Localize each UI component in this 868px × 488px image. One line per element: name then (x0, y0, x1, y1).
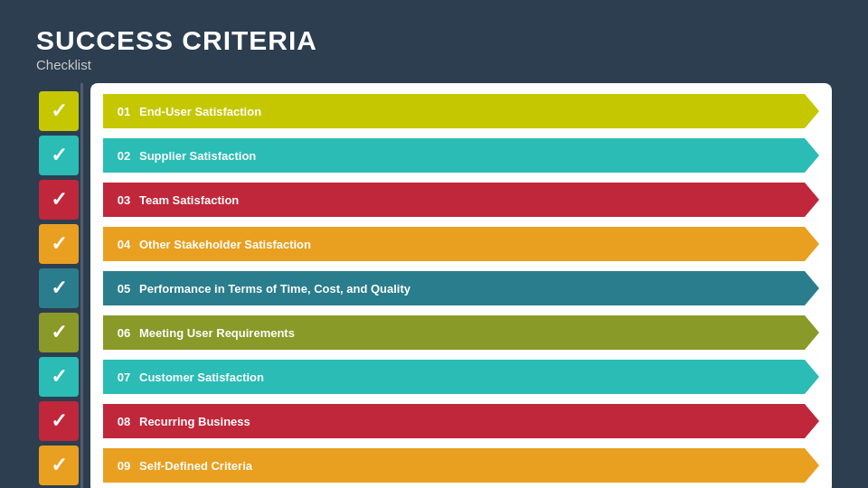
item-arrow: 07Customer Satisfaction (103, 360, 819, 394)
item-number: 06 (103, 326, 136, 340)
item-number: 05 (103, 282, 136, 296)
checkmark-icon: ✓ (51, 145, 67, 165)
item-arrow: 04Other Stakeholder Satisfaction (103, 227, 819, 261)
check-box: ✓ (39, 224, 79, 264)
list-item[interactable]: 01End-User Satisfaction (103, 90, 819, 132)
item-number: 04 (103, 238, 136, 251)
check-box: ✓ (39, 446, 79, 485)
checkmark-icon: ✓ (51, 455, 67, 475)
item-number: 08 (103, 415, 136, 428)
checkmark-icon: ✓ (51, 323, 67, 343)
item-arrow: 09Self-Defined Criteria (103, 448, 819, 483)
page-subtitle: Checklist (36, 57, 832, 72)
checkmark-icon: ✓ (51, 278, 67, 298)
list-item[interactable]: 09Self-Defined Criteria (103, 445, 819, 486)
check-box: ✓ (39, 268, 79, 308)
checkmark-icon: ✓ (51, 367, 67, 387)
item-label: Other Stakeholder Satisfaction (136, 238, 819, 251)
item-number: 01 (103, 105, 136, 118)
list-item[interactable]: 06Meeting User Requirements (103, 312, 819, 353)
page-title: SUCCESS CRITERIA (36, 25, 832, 56)
item-label: Customer Satisfaction (136, 371, 819, 384)
check-box: ✓ (39, 136, 79, 175)
checkmark-icon: ✓ (51, 190, 67, 210)
list-item[interactable]: 02Supplier Satisfaction (103, 135, 819, 176)
list-item[interactable]: 07Customer Satisfaction (103, 356, 819, 398)
check-box: ✓ (39, 357, 79, 397)
checklist-column: ✓✓✓✓✓✓✓✓✓ (36, 83, 83, 488)
check-box: ✓ (39, 401, 79, 441)
list-item[interactable]: 04Other Stakeholder Satisfaction (103, 223, 819, 265)
list-item[interactable]: 05Performance in Terms of Time, Cost, an… (103, 267, 819, 309)
check-box: ✓ (39, 313, 79, 352)
page: SUCCESS CRITERIA Checklist ✓✓✓✓✓✓✓✓✓ 01E… (0, 0, 868, 488)
main-content: ✓✓✓✓✓✓✓✓✓ 01End-User Satisfaction02Suppl… (36, 83, 832, 488)
item-label: Performance in Terms of Time, Cost, and … (136, 282, 819, 296)
item-arrow: 02Supplier Satisfaction (103, 138, 819, 173)
item-number: 03 (103, 193, 136, 207)
header: SUCCESS CRITERIA Checklist (36, 25, 832, 72)
item-arrow: 06Meeting User Requirements (103, 315, 819, 350)
item-label: Self-Defined Criteria (136, 459, 819, 473)
check-box: ✓ (39, 180, 79, 220)
item-label: Supplier Satisfaction (136, 149, 819, 163)
checkmark-icon: ✓ (51, 411, 67, 431)
item-label: Recurring Business (136, 415, 819, 428)
item-number: 07 (103, 371, 136, 384)
item-number: 09 (103, 459, 136, 473)
items-panel: 01End-User Satisfaction02Supplier Satisf… (90, 83, 832, 488)
item-arrow: 05Performance in Terms of Time, Cost, an… (103, 271, 819, 305)
list-item[interactable]: 08Recurring Business (103, 400, 819, 442)
item-arrow: 01End-User Satisfaction (103, 94, 819, 128)
list-item[interactable]: 03Team Satisfaction (103, 179, 819, 221)
item-arrow: 08Recurring Business (103, 404, 819, 438)
check-box: ✓ (39, 91, 79, 131)
item-label: Team Satisfaction (136, 193, 819, 207)
checkmark-icon: ✓ (51, 234, 67, 254)
item-label: Meeting User Requirements (136, 326, 819, 340)
checkmark-icon: ✓ (51, 101, 67, 121)
item-label: End-User Satisfaction (136, 105, 819, 118)
item-arrow: 03Team Satisfaction (103, 183, 819, 217)
item-number: 02 (103, 149, 136, 163)
